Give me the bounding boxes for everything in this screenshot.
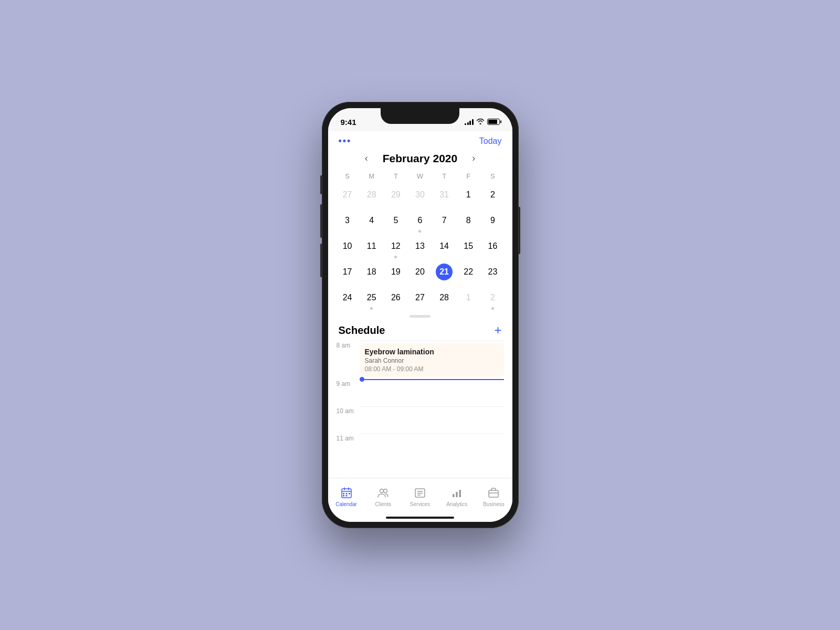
calendar-day[interactable]: 27 — [408, 287, 432, 312]
top-bar: ••• Today — [328, 131, 512, 149]
analytics-icon — [450, 487, 463, 499]
calendar-day[interactable]: 10 — [335, 236, 360, 260]
calendar-day[interactable]: 27 — [335, 184, 360, 209]
calendar-day[interactable]: 14 — [432, 236, 456, 260]
calendar-day[interactable]: 31 — [432, 184, 456, 209]
calendar-day[interactable]: 22 — [456, 261, 480, 286]
time-row-8am: 8 am Eyebrow lamination Sarah Connor 08:… — [337, 341, 504, 379]
time-row-11am: 11 am — [337, 434, 504, 461]
calendar-day[interactable]: 26 — [384, 287, 408, 312]
day-headers: S M T W T F S — [335, 170, 505, 182]
calendar-day[interactable]: 4 — [360, 210, 384, 235]
signal-icon — [465, 119, 474, 125]
calendar-day[interactable]: 28 — [432, 287, 456, 312]
schedule-header: Schedule + — [328, 323, 512, 341]
tab-analytics[interactable]: Analytics — [438, 487, 475, 507]
calendar-day[interactable]: 24 — [335, 287, 360, 312]
svg-rect-17 — [459, 490, 461, 497]
calendar-day[interactable]: 15 — [456, 236, 480, 260]
current-time-dot — [360, 377, 364, 382]
time-row-10am: 10 am — [337, 406, 504, 434]
calendar-day[interactable]: 17 — [335, 261, 360, 286]
business-icon — [487, 487, 500, 499]
phone-shell: 9:41 — [322, 102, 519, 528]
app-content: ••• Today ‹ February 2020 › S M T W T F … — [328, 131, 512, 522]
more-options-button[interactable]: ••• — [339, 135, 352, 146]
calendar-day[interactable]: 25 — [360, 287, 384, 312]
schedule-title: Schedule — [339, 324, 385, 337]
calendar-day[interactable]: 1 — [456, 184, 480, 209]
calendar-day[interactable]: 2 — [480, 184, 505, 209]
calendar-icon — [340, 487, 353, 499]
calendar-day[interactable]: 19 — [384, 261, 408, 286]
tab-clients-label: Clients — [375, 501, 392, 507]
time-line-10am — [360, 406, 504, 434]
day-header-fri: F — [456, 170, 480, 182]
svg-rect-8 — [345, 495, 347, 497]
day-header-tue: T — [384, 170, 408, 182]
day-header-sat: S — [480, 170, 505, 182]
calendar-day[interactable]: 5 — [384, 210, 408, 235]
notch — [381, 108, 459, 124]
prev-month-button[interactable]: ‹ — [361, 151, 372, 166]
drag-handle[interactable] — [410, 315, 430, 318]
calendar-day[interactable]: 9 — [480, 210, 505, 235]
volume-up-button — [320, 204, 322, 238]
time-label-10am: 10 am — [337, 406, 360, 415]
calendar-day[interactable]: 29 — [384, 184, 408, 209]
power-button — [519, 207, 520, 254]
screen: 9:41 — [328, 108, 512, 522]
status-time: 9:41 — [341, 118, 356, 127]
calendar-day[interactable]: 21 — [432, 261, 456, 286]
svg-rect-5 — [345, 493, 347, 495]
status-icons — [465, 118, 500, 125]
calendar-day[interactable]: 23 — [480, 261, 505, 286]
svg-rect-15 — [453, 494, 455, 497]
month-header: ‹ February 2020 › — [328, 149, 512, 170]
day-header-sun: S — [335, 170, 360, 182]
tab-calendar-label: Calendar — [335, 501, 357, 507]
tab-services[interactable]: Services — [402, 487, 438, 507]
mute-button — [320, 175, 322, 194]
tab-analytics-label: Analytics — [446, 501, 467, 507]
today-button[interactable]: Today — [479, 136, 502, 146]
day-header-mon: M — [360, 170, 384, 182]
day-header-thu: T — [432, 170, 456, 182]
calendar-day[interactable]: 11 — [360, 236, 384, 260]
calendar-day[interactable]: 18 — [360, 261, 384, 286]
calendar-day[interactable]: 6 — [408, 210, 432, 235]
home-indicator — [386, 517, 454, 519]
svg-rect-6 — [349, 493, 350, 495]
tab-calendar[interactable]: Calendar — [328, 487, 365, 507]
event-card[interactable]: Eyebrow lamination Sarah Connor 08:00 AM… — [360, 343, 504, 377]
calendar-days: 2728293031123456789101112131415161718192… — [335, 184, 505, 312]
time-slots: 8 am Eyebrow lamination Sarah Connor 08:… — [328, 341, 512, 461]
tab-services-label: Services — [410, 501, 430, 507]
calendar-day[interactable]: 2 — [480, 287, 505, 312]
calendar-day[interactable]: 12 — [384, 236, 408, 260]
tab-clients[interactable]: Clients — [365, 487, 402, 507]
wifi-icon — [476, 118, 485, 125]
calendar-day[interactable]: 8 — [456, 210, 480, 235]
svg-rect-16 — [456, 492, 458, 497]
calendar-day[interactable]: 1 — [456, 287, 480, 312]
calendar-day[interactable]: 28 — [360, 184, 384, 209]
calendar-day[interactable]: 16 — [480, 236, 505, 260]
calendar-day[interactable]: 20 — [408, 261, 432, 286]
tab-business[interactable]: Business — [475, 487, 512, 507]
volume-down-button — [320, 244, 322, 277]
services-icon — [414, 487, 426, 499]
calendar-day[interactable]: 30 — [408, 184, 432, 209]
day-header-wed: W — [408, 170, 432, 182]
calendar-day[interactable]: 13 — [408, 236, 432, 260]
event-client: Sarah Connor — [365, 357, 499, 364]
clients-icon — [377, 487, 390, 499]
calendar-day[interactable]: 3 — [335, 210, 360, 235]
svg-rect-18 — [489, 490, 498, 497]
time-line-11am — [360, 434, 504, 461]
svg-rect-4 — [343, 493, 344, 495]
time-line-8am: Eyebrow lamination Sarah Connor 08:00 AM… — [360, 341, 504, 379]
calendar-day[interactable]: 7 — [432, 210, 456, 235]
next-month-button[interactable]: › — [468, 151, 479, 166]
add-event-button[interactable]: + — [494, 324, 501, 337]
